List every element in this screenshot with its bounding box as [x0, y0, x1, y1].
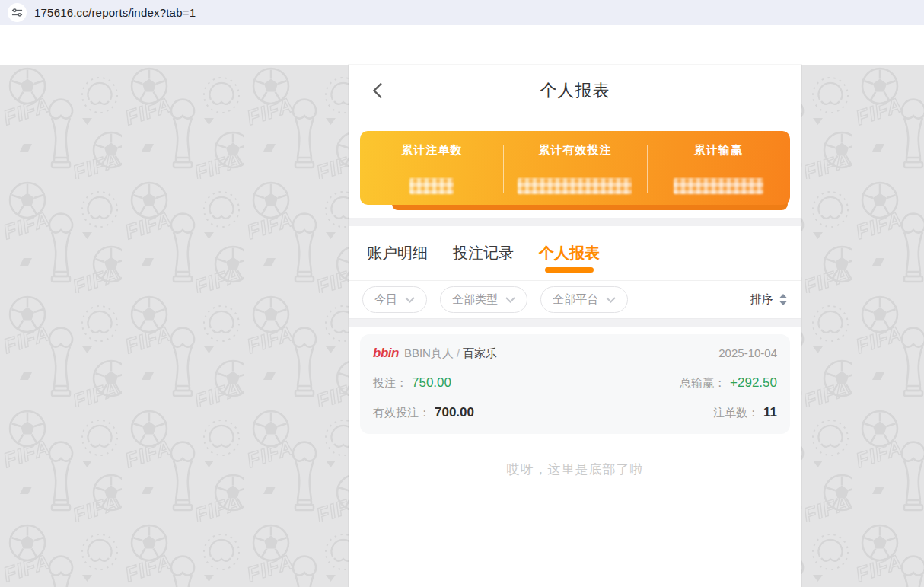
- browser-address-bar[interactable]: 175616.cc/reports/index?tab=1: [0, 0, 924, 25]
- chevron-down-icon: [505, 297, 515, 303]
- section-divider: [349, 218, 801, 226]
- order-count-label: 注单数：: [713, 406, 759, 420]
- back-button[interactable]: [368, 81, 387, 100]
- stat-label: 累计有效投注: [538, 143, 611, 158]
- tabs-bar: 账户明细 投注记录 个人报表: [349, 226, 801, 281]
- app-header: 个人报表: [349, 65, 801, 116]
- page-title: 个人报表: [540, 79, 610, 102]
- winloss-value: +292.50: [730, 375, 777, 391]
- filter-type-label: 全部类型: [452, 292, 498, 307]
- section-divider: [349, 319, 801, 327]
- sort-label: 排序: [750, 292, 773, 307]
- filter-platform-label: 全部平台: [553, 292, 598, 307]
- filter-type-dropdown[interactable]: 全部类型: [440, 286, 527, 313]
- chevron-down-icon: [606, 297, 616, 303]
- report-card-header-row: bbin BBIN真人 / 百家乐 2025-10-04: [373, 346, 777, 361]
- tab-label: 个人报表: [539, 243, 600, 263]
- tab-personal-report[interactable]: 个人报表: [539, 226, 600, 280]
- censored-value: [409, 178, 454, 194]
- active-tab-underline: [545, 267, 594, 273]
- filter-bar: 今日 全部类型 全部平台 排序: [349, 281, 801, 319]
- stat-valid-bets: 累计有效投注: [503, 143, 646, 194]
- game-name: 百家乐: [463, 346, 497, 361]
- bet-value: 750.00: [412, 375, 451, 391]
- browser-toolbar-band: [0, 25, 924, 65]
- browser-profile-icon[interactable]: [8, 3, 27, 22]
- report-list: bbin BBIN真人 / 百家乐 2025-10-04 投注： 750.00 …: [349, 327, 801, 478]
- filter-platform-dropdown[interactable]: 全部平台: [540, 286, 628, 313]
- provider-game-separator: /: [457, 346, 460, 359]
- back-chevron-icon: [372, 82, 383, 99]
- provider-name: BBIN真人: [404, 346, 454, 361]
- report-card[interactable]: bbin BBIN真人 / 百家乐 2025-10-04 投注： 750.00 …: [360, 334, 790, 434]
- filter-date-label: 今日: [374, 292, 397, 307]
- stat-total-orders: 累计注单数: [360, 143, 503, 194]
- censored-value: [518, 178, 632, 194]
- url-text[interactable]: 175616.cc/reports/index?tab=1: [34, 6, 196, 19]
- valid-bet-value: 700.00: [435, 405, 474, 420]
- order-count-value: 11: [763, 405, 777, 420]
- report-card-row-bet: 投注： 750.00 总输赢： +292.50: [373, 375, 777, 391]
- censored-value: [674, 178, 763, 194]
- stat-label: 累计输赢: [694, 143, 743, 158]
- stat-winloss: 累计输赢: [647, 143, 790, 194]
- summary-stats-wrap: 累计注单数 累计有效投注 累计输赢: [360, 131, 790, 205]
- stat-label: 累计注单数: [401, 143, 462, 158]
- sort-icon: [779, 294, 788, 305]
- report-card-row-valid: 有效投注： 700.00 注单数： 11: [373, 405, 777, 420]
- winloss-label: 总输赢：: [680, 376, 725, 391]
- sort-button[interactable]: 排序: [750, 292, 788, 307]
- list-end-text: 哎呀，这里是底部了啦: [349, 461, 801, 478]
- app-content-column: 个人报表 累计注单数 累计有效投注 累计输赢 账户明细 投注记录 个人报表: [349, 65, 801, 587]
- tab-account-details[interactable]: 账户明细: [367, 226, 428, 280]
- bet-label: 投注：: [373, 376, 407, 391]
- tab-bet-records[interactable]: 投注记录: [453, 226, 514, 280]
- filter-date-dropdown[interactable]: 今日: [362, 286, 427, 313]
- bbin-logo: bbin: [373, 346, 399, 361]
- chevron-down-icon: [405, 297, 415, 303]
- summary-stats-card: 累计注单数 累计有效投注 累计输赢: [360, 131, 790, 205]
- report-date: 2025-10-04: [718, 346, 777, 359]
- valid-bet-label: 有效投注：: [373, 406, 430, 420]
